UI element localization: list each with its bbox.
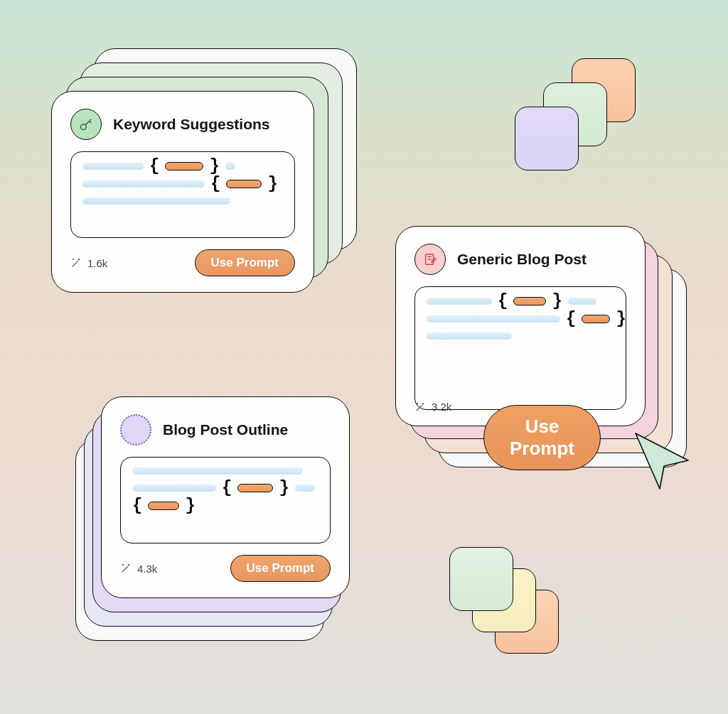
- dashed-circle-icon: [120, 414, 151, 445]
- use-prompt-button[interactable]: Use Prompt: [230, 555, 331, 582]
- card-footer: 4.3k Use Prompt: [120, 555, 331, 582]
- svg-point-0: [80, 124, 86, 130]
- card-header: Blog Post Outline: [120, 414, 331, 445]
- wand-icon: [414, 401, 426, 413]
- prompt-preview: {} {}: [120, 457, 331, 543]
- card-title: Keyword Suggestions: [113, 116, 270, 133]
- usage-count-value: 4.3k: [137, 563, 157, 575]
- card-header: Keyword Suggestions: [70, 109, 295, 140]
- deco-square-green-2: [449, 547, 513, 611]
- usage-count-value: 3.2k: [432, 401, 451, 413]
- deco-square-purple: [515, 107, 579, 171]
- card-title: Generic Blog Post: [457, 251, 587, 268]
- prompt-card-outline[interactable]: Blog Post Outline {} {} 4: [101, 396, 350, 598]
- usage-count: 4.3k: [120, 563, 157, 575]
- usage-count-value: 1.6k: [87, 257, 107, 269]
- wand-icon: [120, 563, 132, 574]
- prompt-card-keyword[interactable]: Keyword Suggestions {} {}: [51, 91, 314, 293]
- card-footer: 1.6k Use Prompt: [70, 249, 295, 276]
- key-icon: [70, 109, 102, 140]
- prompt-preview: {} {}: [70, 151, 295, 238]
- use-prompt-button[interactable]: Use Prompt: [195, 249, 295, 276]
- usage-count: 3.2k: [414, 401, 451, 413]
- note-edit-icon: [414, 244, 446, 275]
- card-header: Generic Blog Post: [414, 244, 626, 275]
- use-prompt-button-hero[interactable]: Use Prompt: [483, 405, 601, 470]
- prompt-card-blog[interactable]: Generic Blog Post {} {} 3.2k: [395, 226, 646, 426]
- card-title: Blog Post Outline: [163, 421, 288, 438]
- cursor-icon: [631, 429, 694, 493]
- wand-icon: [70, 257, 82, 269]
- prompt-preview: {} {}: [414, 286, 626, 410]
- usage-count: 1.6k: [70, 257, 107, 269]
